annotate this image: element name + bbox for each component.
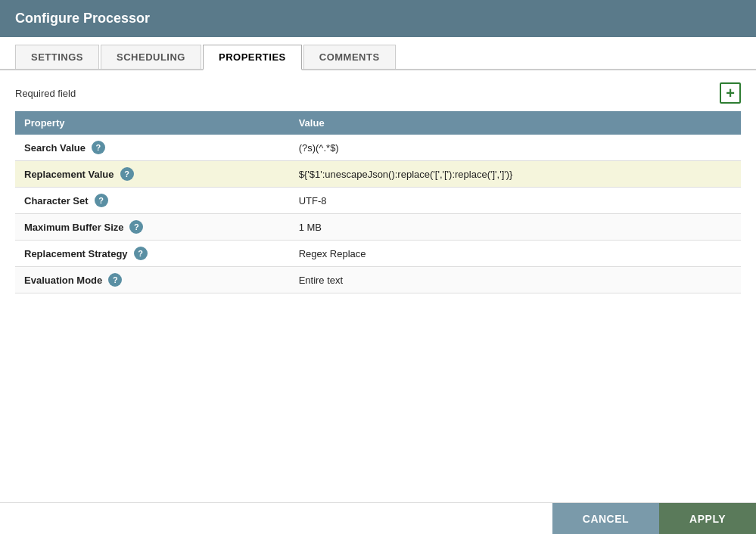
property-name-cell: Replacement Value ? [15,161,290,188]
configure-processor-dialog: Configure Processor SETTINGS SCHEDULING … [0,0,756,534]
property-name: Evaluation Mode [24,275,102,286]
dialog-footer: CANCEL APPLY [0,502,756,534]
help-icon[interactable]: ? [108,273,122,287]
dialog-header: Configure Processor [0,0,756,37]
property-value-cell[interactable]: (?s)(^.*$) [290,135,741,161]
help-icon[interactable]: ? [134,247,148,260]
cancel-button[interactable]: CANCEL [552,503,659,534]
property-name-cell: Replacement Strategy ? [15,241,290,267]
property-name-cell: Maximum Buffer Size ? [15,214,290,241]
help-icon[interactable]: ? [95,194,108,207]
help-icon[interactable]: ? [129,220,143,234]
col-header-property: Property [15,111,290,135]
required-field-label: Required field [15,88,76,99]
tab-scheduling[interactable]: SCHEDULING [101,45,201,69]
table-row: Replacement Strategy ? Regex Replace [15,241,741,267]
table-row: Replacement Value ? ${'$1':unescapeJson(… [15,161,741,188]
property-value-cell[interactable]: Entire text [290,267,741,293]
properties-content: Required field + Property Value Search V… [0,70,756,502]
property-name: Replacement Strategy [24,248,128,259]
col-header-value: Value [290,111,741,135]
properties-table: Property Value Search Value ? (?s)(^.*$)… [15,111,741,293]
table-row: Search Value ? (?s)(^.*$) [15,135,741,161]
table-header-row: Property Value [15,111,741,135]
property-name: Search Value [24,142,86,154]
tab-settings[interactable]: SETTINGS [15,45,99,69]
property-value-cell[interactable]: Regex Replace [290,241,741,267]
table-row: Character Set ? UTF-8 [15,188,741,214]
apply-button[interactable]: APPLY [659,503,756,534]
tab-properties[interactable]: PROPERTIES [203,45,302,70]
dialog-title: Configure Processor [15,11,150,26]
help-icon[interactable]: ? [92,141,105,154]
help-icon[interactable]: ? [120,167,134,181]
property-name: Replacement Value [24,169,114,180]
table-row: Maximum Buffer Size ? 1 MB [15,214,741,241]
property-name: Maximum Buffer Size [24,222,123,233]
add-property-button[interactable]: + [720,82,741,104]
property-name: Character Set [24,195,89,206]
tabs-bar: SETTINGS SCHEDULING PROPERTIES COMMENTS [0,37,756,70]
property-value-cell[interactable]: ${'$1':unescapeJson():replace('[','['):r… [290,161,741,188]
tab-comments[interactable]: COMMENTS [303,45,396,69]
property-value-cell[interactable]: 1 MB [290,214,741,241]
required-field-bar: Required field + [15,82,741,104]
property-name-cell: Character Set ? [15,188,290,214]
property-name-cell: Search Value ? [15,135,290,161]
property-name-cell: Evaluation Mode ? [15,267,290,293]
table-row: Evaluation Mode ? Entire text [15,267,741,293]
property-value-cell[interactable]: UTF-8 [290,188,741,214]
